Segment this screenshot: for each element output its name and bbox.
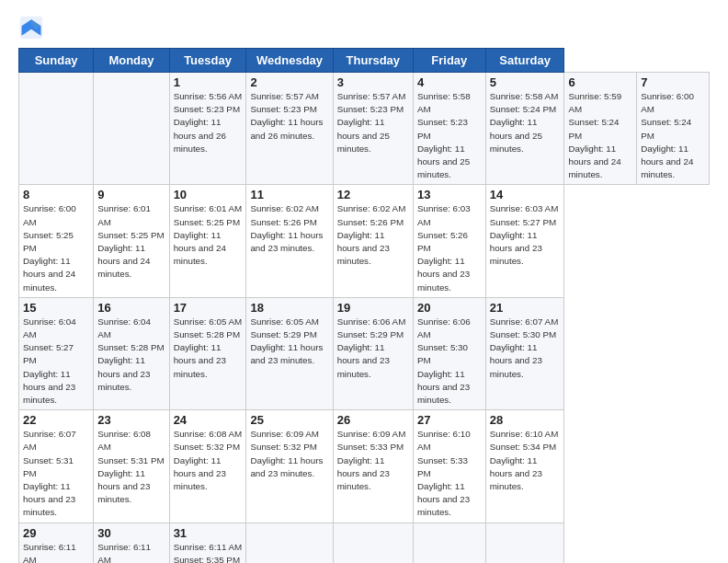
day-number: 25 [250, 413, 328, 427]
day-number: 19 [337, 301, 409, 315]
day-number: 27 [417, 413, 482, 427]
day-number: 21 [490, 301, 561, 315]
calendar-cell: 1 Sunrise: 5:56 AMSunset: 5:23 PMDayligh… [169, 73, 246, 185]
day-number: 12 [337, 188, 409, 201]
calendar-cell: 16 Sunrise: 6:04 AMSunset: 5:28 PMDaylig… [94, 297, 169, 409]
calendar-cell: 27 Sunrise: 6:10 AMSunset: 5:33 PMDaylig… [413, 410, 485, 523]
calendar-cell: 7 Sunrise: 6:00 AMSunset: 5:24 PMDayligh… [637, 73, 710, 185]
calendar-header: SundayMondayTuesdayWednesdayThursdayFrid… [19, 49, 710, 73]
calendar-cell: 20 Sunrise: 6:06 AMSunset: 5:30 PMDaylig… [413, 297, 485, 409]
calendar-cell: 21 Sunrise: 6:07 AMSunset: 5:30 PMDaylig… [485, 297, 564, 409]
day-number: 2 [250, 75, 328, 89]
weekday-header: Thursday [333, 49, 413, 73]
day-number: 17 [174, 301, 243, 315]
day-number: 14 [490, 188, 561, 201]
day-info: Sunrise: 6:11 AMSunset: 5:35 PMDaylight:… [97, 542, 164, 563]
logo [18, 15, 48, 40]
day-info: Sunrise: 6:01 AMSunset: 5:25 PMDaylight:… [97, 203, 164, 279]
day-number: 1 [174, 75, 243, 89]
weekday-header: Monday [94, 49, 169, 73]
day-info: Sunrise: 6:06 AMSunset: 5:29 PMDaylight:… [337, 316, 406, 379]
day-number: 4 [417, 75, 482, 89]
day-info: Sunrise: 6:00 AMSunset: 5:24 PMDaylight:… [641, 91, 694, 179]
calendar-cell: 8 Sunrise: 6:00 AMSunset: 5:25 PMDayligh… [19, 185, 94, 297]
day-info: Sunrise: 6:11 AMSunset: 5:35 PMDaylight:… [174, 542, 243, 563]
day-number: 28 [490, 413, 561, 427]
day-info: Sunrise: 6:04 AMSunset: 5:27 PMDaylight:… [23, 316, 76, 405]
day-number: 20 [417, 301, 482, 315]
calendar-cell: 4 Sunrise: 5:58 AMSunset: 5:23 PMDayligh… [413, 73, 485, 185]
day-info: Sunrise: 6:05 AMSunset: 5:29 PMDaylight:… [250, 316, 323, 366]
day-info: Sunrise: 6:07 AMSunset: 5:30 PMDaylight:… [490, 316, 559, 379]
day-info: Sunrise: 6:09 AMSunset: 5:33 PMDaylight:… [337, 429, 406, 491]
calendar-cell: 28 Sunrise: 6:10 AMSunset: 5:34 PMDaylig… [485, 410, 564, 523]
day-number: 18 [250, 301, 328, 315]
day-info: Sunrise: 5:58 AMSunset: 5:24 PMDaylight:… [490, 91, 559, 154]
calendar-cell: 14 Sunrise: 6:03 AMSunset: 5:27 PMDaylig… [485, 185, 564, 297]
calendar-cell: 11 Sunrise: 6:02 AMSunset: 5:26 PMDaylig… [246, 185, 333, 297]
empty-cell [19, 73, 94, 185]
calendar-cell: 18 Sunrise: 6:05 AMSunset: 5:29 PMDaylig… [246, 297, 333, 409]
day-number: 6 [568, 75, 632, 89]
day-number: 10 [174, 188, 243, 201]
calendar-cell: 30 Sunrise: 6:11 AMSunset: 5:35 PMDaylig… [94, 523, 169, 563]
day-number: 30 [97, 526, 165, 540]
day-number: 16 [97, 301, 165, 315]
calendar-cell [246, 523, 333, 563]
day-info: Sunrise: 6:00 AMSunset: 5:25 PMDaylight:… [23, 203, 76, 292]
calendar-cell: 22 Sunrise: 6:07 AMSunset: 5:31 PMDaylig… [19, 410, 94, 523]
calendar-cell: 31 Sunrise: 6:11 AMSunset: 5:35 PMDaylig… [169, 523, 246, 563]
logo-icon [18, 15, 44, 40]
day-info: Sunrise: 6:02 AMSunset: 5:26 PMDaylight:… [250, 203, 323, 253]
calendar-cell [333, 523, 413, 563]
calendar-cell: 10 Sunrise: 6:01 AMSunset: 5:25 PMDaylig… [169, 185, 246, 297]
weekday-header: Wednesday [246, 49, 333, 73]
day-info: Sunrise: 6:08 AMSunset: 5:31 PMDaylight:… [97, 429, 164, 504]
day-number: 23 [97, 413, 165, 427]
day-info: Sunrise: 6:02 AMSunset: 5:26 PMDaylight:… [337, 203, 406, 266]
day-info: Sunrise: 6:01 AMSunset: 5:25 PMDaylight:… [174, 203, 243, 266]
calendar-cell: 19 Sunrise: 6:06 AMSunset: 5:29 PMDaylig… [333, 297, 413, 409]
day-number: 11 [250, 188, 328, 201]
day-info: Sunrise: 5:56 AMSunset: 5:23 PMDaylight:… [174, 91, 243, 154]
calendar-cell: 5 Sunrise: 5:58 AMSunset: 5:24 PMDayligh… [485, 73, 564, 185]
day-info: Sunrise: 5:58 AMSunset: 5:23 PMDaylight:… [417, 91, 471, 179]
empty-cell [94, 73, 169, 185]
calendar-cell: 2 Sunrise: 5:57 AMSunset: 5:23 PMDayligh… [246, 73, 333, 185]
calendar-cell: 17 Sunrise: 6:05 AMSunset: 5:28 PMDaylig… [169, 297, 246, 409]
calendar-cell: 15 Sunrise: 6:04 AMSunset: 5:27 PMDaylig… [19, 297, 94, 409]
calendar-table: SundayMondayTuesdayWednesdayThursdayFrid… [18, 48, 710, 563]
calendar-cell: 13 Sunrise: 6:03 AMSunset: 5:26 PMDaylig… [413, 185, 485, 297]
calendar-cell: 29 Sunrise: 6:11 AMSunset: 5:34 PMDaylig… [19, 523, 94, 563]
day-number: 29 [23, 526, 89, 540]
calendar-cell: 12 Sunrise: 6:02 AMSunset: 5:26 PMDaylig… [333, 185, 413, 297]
header [18, 15, 710, 40]
day-number: 8 [23, 188, 89, 201]
day-info: Sunrise: 6:08 AMSunset: 5:32 PMDaylight:… [174, 429, 243, 491]
day-info: Sunrise: 6:05 AMSunset: 5:28 PMDaylight:… [174, 316, 243, 379]
day-number: 22 [23, 413, 89, 427]
calendar-cell: 3 Sunrise: 5:57 AMSunset: 5:23 PMDayligh… [333, 73, 413, 185]
day-info: Sunrise: 6:09 AMSunset: 5:32 PMDaylight:… [250, 429, 323, 478]
weekday-header: Sunday [19, 49, 94, 73]
day-number: 24 [174, 413, 243, 427]
day-info: Sunrise: 6:03 AMSunset: 5:26 PMDaylight:… [417, 203, 471, 292]
day-info: Sunrise: 5:57 AMSunset: 5:23 PMDaylight:… [250, 91, 323, 141]
calendar-cell: 26 Sunrise: 6:09 AMSunset: 5:33 PMDaylig… [333, 410, 413, 523]
weekday-header: Tuesday [169, 49, 246, 73]
day-number: 5 [490, 75, 561, 89]
weekday-header: Saturday [485, 49, 564, 73]
day-info: Sunrise: 6:06 AMSunset: 5:30 PMDaylight:… [417, 316, 471, 405]
day-number: 3 [337, 75, 409, 89]
day-number: 9 [97, 188, 165, 201]
calendar-cell: 9 Sunrise: 6:01 AMSunset: 5:25 PMDayligh… [94, 185, 169, 297]
day-number: 13 [417, 188, 482, 201]
calendar-cell [413, 523, 485, 563]
calendar-cell: 25 Sunrise: 6:09 AMSunset: 5:32 PMDaylig… [246, 410, 333, 523]
day-info: Sunrise: 5:57 AMSunset: 5:23 PMDaylight:… [337, 91, 406, 154]
day-number: 31 [174, 526, 243, 540]
calendar-cell: 6 Sunrise: 5:59 AMSunset: 5:24 PMDayligh… [564, 73, 637, 185]
day-info: Sunrise: 6:11 AMSunset: 5:34 PMDaylight:… [23, 542, 76, 563]
calendar-cell: 24 Sunrise: 6:08 AMSunset: 5:32 PMDaylig… [169, 410, 246, 523]
day-info: Sunrise: 6:04 AMSunset: 5:28 PMDaylight:… [97, 316, 164, 392]
